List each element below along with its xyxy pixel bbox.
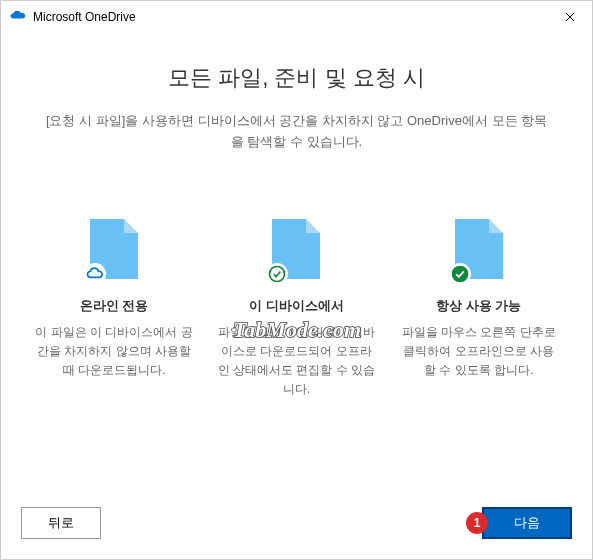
footer: 뒤로 1 다음: [1, 491, 592, 559]
page-heading: 모든 파일, 준비 및 요청 시: [33, 63, 560, 93]
svg-point-0: [270, 266, 285, 281]
onedrive-setup-window: Microsoft OneDrive 모든 파일, 준비 및 요청 시 [요청 …: [0, 0, 593, 560]
content-area: 모든 파일, 준비 및 요청 시 [요청 시 파일]을 사용하면 디바이스에서 …: [1, 33, 592, 491]
close-button[interactable]: [556, 3, 584, 31]
back-button[interactable]: 뒤로: [21, 507, 101, 539]
column-always-title: 항상 사용 가능: [398, 297, 560, 315]
file-device-icon: [215, 213, 377, 285]
window-title: Microsoft OneDrive: [33, 10, 556, 24]
column-on-device: 이 디바이스에서 파일을 열면 해당 파일이 디바이스로 다운로드되어 오프라인…: [215, 213, 377, 400]
titlebar: Microsoft OneDrive: [1, 1, 592, 33]
feature-columns: 온라인 전용 이 파일은 이 디바이스에서 공간을 차지하지 않으며 사용할 때…: [33, 213, 560, 400]
next-button[interactable]: 1 다음: [482, 507, 572, 539]
column-always-available: 항상 사용 가능 파일을 마우스 오른쪽 단추로 클릭하여 오프라인으로 사용할…: [398, 213, 560, 400]
next-button-label: 다음: [514, 514, 540, 532]
column-device-title: 이 디바이스에서: [215, 297, 377, 315]
file-online-icon: [33, 213, 195, 285]
page-description: [요청 시 파일]을 사용하면 디바이스에서 공간을 차지하지 않고 OneDr…: [33, 111, 560, 153]
onedrive-logo-icon: [9, 8, 27, 26]
file-always-icon: [398, 213, 560, 285]
annotation-marker: 1: [466, 512, 488, 534]
column-device-desc: 파일을 열면 해당 파일이 디바이스로 다운로드되어 오프라인 상태에서도 편집…: [215, 323, 377, 400]
column-always-desc: 파일을 마우스 오른쪽 단추로 클릭하여 오프라인으로 사용할 수 있도록 합니…: [398, 323, 560, 381]
svg-point-1: [451, 265, 468, 282]
column-online-only: 온라인 전용 이 파일은 이 디바이스에서 공간을 차지하지 않으며 사용할 때…: [33, 213, 195, 400]
column-online-desc: 이 파일은 이 디바이스에서 공간을 차지하지 않으며 사용할 때 다운로드됩니…: [33, 323, 195, 381]
column-online-title: 온라인 전용: [33, 297, 195, 315]
